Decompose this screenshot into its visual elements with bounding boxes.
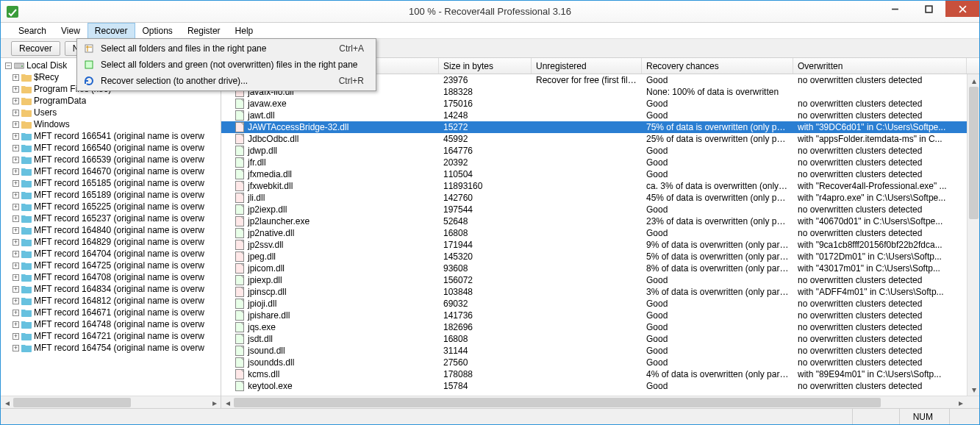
expander-icon[interactable]: + xyxy=(12,133,19,140)
col-overwritten[interactable]: Overwritten xyxy=(793,58,967,74)
expander-icon[interactable]: + xyxy=(12,121,19,128)
file-row[interactable]: kcms.dll1780884% of data is overwritten … xyxy=(221,368,967,380)
expander-icon[interactable]: + xyxy=(12,145,19,151)
tree-mft-record[interactable]: +MFT record 164812 (original name is ove… xyxy=(5,295,221,307)
tree-mft-record[interactable]: +MFT record 164721 (original name is ove… xyxy=(5,330,221,342)
file-row[interactable]: jpicom.dll936088% of data is overwritten… xyxy=(221,262,967,274)
list-hscroll-thumb[interactable] xyxy=(234,398,881,407)
tree-mft-record[interactable]: +MFT record 164754 (original name is ove… xyxy=(5,342,221,354)
expander-icon[interactable]: + xyxy=(12,239,19,246)
file-row[interactable]: jp2launcher.exe5264823% of data is overw… xyxy=(221,215,967,227)
menu-register[interactable]: Register xyxy=(180,23,228,38)
file-row[interactable]: jp2iexp.dll197544Goodno overwritten clus… xyxy=(221,204,967,215)
file-row[interactable]: jpinscp.dll1038483% of data is overwritt… xyxy=(221,286,967,298)
scroll-up-icon[interactable]: ▴ xyxy=(968,74,979,87)
scroll-right-icon[interactable]: ▸ xyxy=(208,396,221,408)
expander-icon[interactable]: + xyxy=(12,286,19,293)
tree-mft-record[interactable]: +MFT record 164748 (original name is ove… xyxy=(5,318,221,330)
tree-folder[interactable]: +Windows xyxy=(5,118,221,130)
menu-view[interactable]: View xyxy=(54,23,87,38)
expander-icon[interactable]: + xyxy=(12,262,19,269)
file-row[interactable]: jsdt.dll16808Goodno overwritten clusters… xyxy=(221,333,967,345)
file-row[interactable]: jpishare.dll141736Goodno overwritten clu… xyxy=(221,310,967,321)
tree-hscroll-thumb[interactable] xyxy=(13,398,131,407)
expander-icon[interactable]: + xyxy=(12,192,19,199)
expander-icon[interactable]: + xyxy=(12,168,19,175)
expander-icon[interactable]: + xyxy=(12,86,19,93)
tree-mft-record[interactable]: +MFT record 164670 (original name is ove… xyxy=(5,165,221,177)
expander-icon[interactable]: + xyxy=(12,110,19,116)
tree-mft-record[interactable]: +MFT record 164834 (original name is ove… xyxy=(5,283,221,295)
file-row[interactable]: jpiexp.dll156072Goodno overwritten clust… xyxy=(221,274,967,286)
tree-hscrollbar[interactable]: ◂ ▸ xyxy=(1,396,221,408)
expander-icon[interactable]: + xyxy=(12,227,19,234)
recover-button[interactable]: Recover xyxy=(11,41,60,56)
file-row[interactable]: jqs.exe182696Goodno overwritten clusters… xyxy=(221,321,967,333)
tree-mft-record[interactable]: +MFT record 165237 (original name is ove… xyxy=(5,213,221,224)
file-row[interactable]: jfxmedia.dll110504Goodno overwritten clu… xyxy=(221,168,967,180)
col-unregistered[interactable]: Unregistered xyxy=(532,58,642,74)
scroll-left-icon[interactable]: ◂ xyxy=(221,396,234,408)
scroll-down-icon[interactable]: ▾ xyxy=(968,383,979,396)
menu-help[interactable]: Help xyxy=(228,23,261,38)
expander-icon[interactable]: + xyxy=(12,251,19,257)
expander-icon[interactable]: + xyxy=(12,215,19,222)
file-row[interactable]: JdbcOdbc.dll4599225% of data is overwrit… xyxy=(221,133,967,145)
menu-item-1[interactable]: Select all folders and green (not overwr… xyxy=(79,57,374,73)
tree-mft-record[interactable]: +MFT record 165189 (original name is ove… xyxy=(5,189,221,201)
expander-icon[interactable]: + xyxy=(12,98,19,104)
tree-mft-record[interactable]: +MFT record 166541 (original name is ove… xyxy=(5,130,221,142)
expander-icon[interactable]: + xyxy=(12,298,19,304)
tree-mft-record[interactable]: +MFT record 166540 (original name is ove… xyxy=(5,142,221,154)
expander-icon[interactable]: − xyxy=(5,63,12,69)
file-row[interactable]: jp2native.dll16808Goodno overwritten clu… xyxy=(221,227,967,239)
expander-icon[interactable]: + xyxy=(12,310,19,316)
scroll-right-icon[interactable]: ▸ xyxy=(954,396,967,408)
menu-item-0[interactable]: Select all folders and files in the righ… xyxy=(79,40,374,57)
expander-icon[interactable]: + xyxy=(12,321,19,328)
file-row[interactable]: jsound.dll31144Goodno overwritten cluste… xyxy=(221,345,967,357)
close-button[interactable] xyxy=(945,1,979,17)
list-vscrollbar[interactable]: ▴ ▾ xyxy=(967,74,979,396)
file-row[interactable]: jpeg.dll1453205% of data is overwritten … xyxy=(221,251,967,262)
file-row[interactable]: jli.dll14276045% of data is overwritten … xyxy=(221,192,967,204)
file-row[interactable]: javaw.exe175016Goodno overwritten cluste… xyxy=(221,98,967,110)
menu-search[interactable]: Search xyxy=(11,23,54,38)
minimize-button[interactable] xyxy=(878,1,912,17)
scroll-left-icon[interactable]: ◂ xyxy=(1,396,13,408)
expander-icon[interactable]: + xyxy=(12,74,19,81)
expander-icon[interactable]: + xyxy=(12,274,19,281)
tree-folder[interactable]: +Users xyxy=(5,107,221,118)
tree-mft-record[interactable]: +MFT record 164671 (original name is ove… xyxy=(5,307,221,318)
col-recovery[interactable]: Recovery chances xyxy=(642,58,793,74)
menu-options[interactable]: Options xyxy=(135,23,180,38)
file-row[interactable]: jfxwebkit.dll11893160ca. 3% of data is o… xyxy=(221,180,967,192)
tree-mft-record[interactable]: +MFT record 164704 (original name is ove… xyxy=(5,248,221,260)
menu-recover[interactable]: Recover xyxy=(87,23,135,38)
file-row[interactable]: jpioji.dll69032Goodno overwritten cluste… xyxy=(221,298,967,310)
tree-mft-record[interactable]: +MFT record 164829 (original name is ove… xyxy=(5,236,221,248)
file-row[interactable]: JAWTAccessBridge-32.dll1527275% of data … xyxy=(221,121,967,133)
file-row[interactable]: keytool.exe15784Goodno overwritten clust… xyxy=(221,380,967,392)
file-row[interactable]: jsoundds.dll27560Goodno overwritten clus… xyxy=(221,357,967,368)
tree-mft-record[interactable]: +MFT record 164840 (original name is ove… xyxy=(5,224,221,236)
list-vscroll-thumb[interactable] xyxy=(969,87,979,219)
file-row[interactable]: jfr.dll20392Goodno overwritten clusters … xyxy=(221,157,967,168)
tree-mft-record[interactable]: +MFT record 166539 (original name is ove… xyxy=(5,154,221,165)
file-row[interactable]: jp2ssv.dll1719449% of data is overwritte… xyxy=(221,239,967,251)
expander-icon[interactable]: + xyxy=(12,204,19,210)
tree-mft-record[interactable]: +MFT record 164725 (original name is ove… xyxy=(5,260,221,271)
list-hscrollbar[interactable]: ◂ ▸ xyxy=(221,396,979,408)
file-row[interactable]: jdwp.dll164776Goodno overwritten cluster… xyxy=(221,145,967,157)
tree-mft-record[interactable]: +MFT record 164708 (original name is ove… xyxy=(5,271,221,283)
maximize-button[interactable] xyxy=(912,1,945,17)
expander-icon[interactable]: + xyxy=(12,180,19,187)
tree-mft-record[interactable]: +MFT record 165225 (original name is ove… xyxy=(5,201,221,213)
tree-folder[interactable]: +ProgramData xyxy=(5,95,221,107)
tree-mft-record[interactable]: +MFT record 165185 (original name is ove… xyxy=(5,177,221,189)
expander-icon[interactable]: + xyxy=(12,345,19,351)
menu-item-2[interactable]: Recover selection (to another drive)...C… xyxy=(79,73,374,89)
expander-icon[interactable]: + xyxy=(12,333,19,340)
col-size[interactable]: Size in bytes xyxy=(439,58,532,74)
file-row[interactable]: jawt.dll14248Goodno overwritten clusters… xyxy=(221,110,967,121)
